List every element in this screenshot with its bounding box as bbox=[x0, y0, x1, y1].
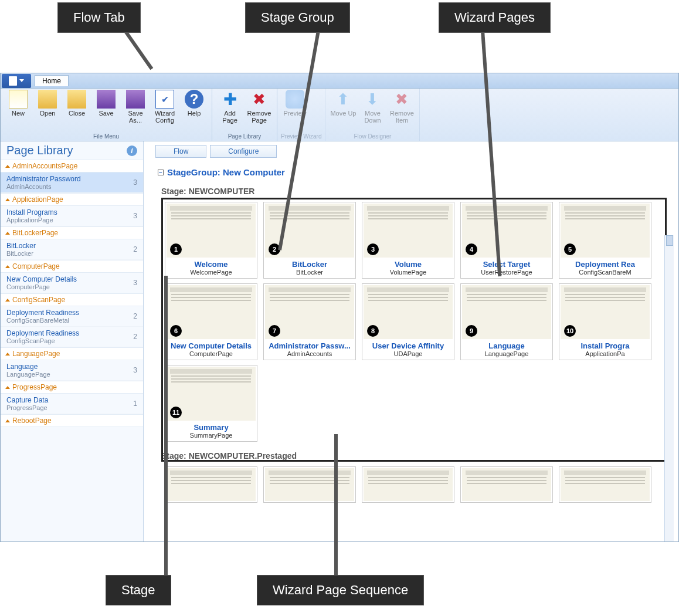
sidebar-category-header[interactable]: ProgressPage bbox=[1, 381, 143, 394]
document-icon bbox=[9, 76, 17, 86]
vertical-scrollbar[interactable] bbox=[664, 235, 674, 541]
wizard-page-thumb[interactable]: 2BitLockerBitLocker bbox=[263, 202, 356, 279]
wizard-page-thumb[interactable]: 1WelcomeWelcomePage bbox=[165, 202, 257, 279]
thumb-preview: 6 bbox=[167, 285, 256, 339]
library-item[interactable]: BitLockerBitLocker2 bbox=[1, 239, 143, 260]
library-item[interactable]: Deployment ReadinessConfigScanPage2 bbox=[1, 327, 143, 347]
app-menu-button[interactable] bbox=[2, 74, 31, 88]
sidebar-category-header[interactable]: LanguagePage bbox=[1, 347, 143, 360]
thumb-preview: 9 bbox=[462, 285, 551, 339]
thumb-title: Select Target bbox=[461, 259, 552, 269]
thumb-preview: 10 bbox=[561, 285, 650, 339]
ribbon-group-label: Page Library bbox=[216, 133, 273, 141]
thumb-preview bbox=[265, 468, 354, 501]
open-button[interactable]: Open bbox=[33, 90, 62, 124]
sidebar-category-header[interactable]: RebootPage bbox=[1, 414, 143, 427]
chevron-down-icon bbox=[19, 79, 24, 82]
thumb-subtitle: WelcomePage bbox=[165, 269, 257, 278]
wizard-page-thumb[interactable]: 9LanguageLanguagePage bbox=[460, 283, 553, 360]
wizard-page-thumb[interactable] bbox=[165, 466, 257, 503]
thumb-subtitle: ComputerPage bbox=[165, 350, 257, 360]
wizard-page-thumb[interactable]: 6New Computer DetailsComputerPage bbox=[165, 283, 257, 360]
thumb-subtitle: BitLocker bbox=[264, 269, 355, 278]
sidebar-category-header[interactable]: AdminAccountsPage bbox=[1, 160, 143, 172]
thumb-preview: 8 bbox=[364, 285, 453, 339]
thumb-subtitle: ConfigScanBareM bbox=[559, 269, 651, 278]
tab-home[interactable]: Home bbox=[35, 75, 69, 86]
callout-wizard-page-sequence: Wizard Page Sequence bbox=[257, 575, 424, 605]
thumb-subtitle: SummaryPage bbox=[165, 432, 257, 441]
thumb-number: 11 bbox=[170, 407, 182, 418]
new-button[interactable]: New bbox=[4, 90, 32, 124]
stagegroup-title[interactable]: − StageGroup: New Computer bbox=[144, 161, 678, 183]
wizard-page-thumb[interactable] bbox=[263, 466, 356, 503]
wizard-page-thumb[interactable]: 4Select TargetUserRestorePage bbox=[460, 202, 553, 279]
library-item[interactable]: LanguageLanguagePage3 bbox=[1, 360, 143, 381]
thumb-title: New Computer Details bbox=[165, 340, 257, 350]
wizard-config-button[interactable]: Wizard Config bbox=[151, 90, 179, 124]
close-button[interactable]: Close bbox=[63, 90, 91, 124]
help-icon bbox=[185, 90, 203, 109]
chevron-up-icon bbox=[5, 419, 10, 422]
tab-flow[interactable]: Flow bbox=[155, 145, 206, 158]
save-icon bbox=[97, 90, 116, 109]
library-item[interactable]: New Computer DetailsComputerPage3 bbox=[1, 273, 143, 293]
thumb-preview: 4 bbox=[462, 204, 551, 258]
wizard-page-thumb[interactable]: 8User Device AffinityUDAPage bbox=[362, 283, 454, 360]
thumb-preview: 7 bbox=[265, 285, 354, 339]
thumb-title: Language bbox=[461, 340, 552, 350]
sidebar-category-header[interactable]: BitLockerPage bbox=[1, 226, 143, 239]
ribbon-group-flow: Move Up Move Down Remove Item Flow Desig… bbox=[325, 89, 420, 141]
save-as-button[interactable]: Save As... bbox=[121, 90, 150, 124]
move-down-button[interactable]: Move Down bbox=[358, 90, 386, 124]
wizard-page-thumb[interactable] bbox=[362, 466, 454, 503]
remove-item-button[interactable]: Remove Item bbox=[388, 90, 416, 124]
save-as-icon bbox=[126, 90, 145, 109]
remove-page-button[interactable]: Remove Page bbox=[245, 90, 273, 124]
wizard-page-thumb[interactable]: 5Deployment ReaConfigScanBareM bbox=[559, 202, 651, 279]
preview-icon bbox=[286, 90, 304, 109]
sidebar-category-header[interactable]: ComputerPage bbox=[1, 260, 143, 273]
scrollbar-thumb[interactable] bbox=[666, 235, 673, 246]
thumb-preview: 3 bbox=[364, 204, 453, 258]
thumb-title: Install Progra bbox=[559, 340, 651, 350]
library-item[interactable]: Capture DataProgressPage1 bbox=[1, 394, 143, 414]
thumb-preview: 1 bbox=[167, 204, 256, 258]
library-item[interactable]: Administrator PasswordAdminAccounts3 bbox=[1, 172, 143, 193]
callout-flow-tab: Flow Tab bbox=[57, 2, 141, 33]
thumb-preview bbox=[364, 468, 453, 501]
app-window: Home New Open Close Save Save As... Wiza… bbox=[0, 73, 679, 542]
add-page-button[interactable]: Add Page bbox=[216, 90, 244, 124]
sidebar-category-header[interactable]: ConfigScanPage bbox=[1, 293, 143, 306]
callout-stage: Stage bbox=[106, 575, 171, 605]
collapse-icon[interactable]: − bbox=[158, 170, 164, 175]
thumb-subtitle: UserRestorePage bbox=[461, 269, 552, 278]
wizard-page-thumb[interactable]: 7Administrator Passw...AdminAccounts bbox=[263, 283, 356, 360]
library-item[interactable]: Deployment ReadinessConfigScanBareMetal2 bbox=[1, 306, 143, 327]
sidebar-category-header[interactable]: ApplicationPage bbox=[1, 193, 143, 206]
wizard-page-thumb[interactable]: 11SummarySummaryPage bbox=[165, 365, 257, 442]
help-button[interactable]: Help bbox=[180, 90, 208, 124]
wizard-page-thumb[interactable]: 10Install PrograApplicationPa bbox=[559, 283, 651, 360]
move-up-button[interactable]: Move Up bbox=[329, 90, 357, 124]
wizard-page-thumb[interactable] bbox=[460, 466, 553, 503]
save-button[interactable]: Save bbox=[92, 90, 120, 124]
wizard-page-thumb[interactable]: 3VolumeVolumePage bbox=[362, 202, 454, 279]
chevron-up-icon bbox=[5, 386, 10, 389]
thumb-preview bbox=[462, 468, 551, 501]
library-item[interactable]: Install ProgramsApplicationPage3 bbox=[1, 206, 143, 226]
x-icon bbox=[250, 90, 269, 109]
thumb-subtitle: VolumePage bbox=[362, 269, 454, 278]
thumb-number: 5 bbox=[564, 243, 576, 255]
info-icon[interactable]: i bbox=[127, 145, 137, 156]
stage-title: Stage: NEWCOMPUTER bbox=[144, 183, 678, 199]
ribbon-group-label: Flow Designer bbox=[329, 133, 416, 141]
stage-title-2: Stage: NEWCOMPUTER.Prestaged bbox=[144, 448, 678, 464]
thumb-title: Summary bbox=[165, 422, 257, 432]
sidebar-title: Page Library i bbox=[1, 141, 143, 160]
thumb-subtitle: AdminAccounts bbox=[264, 350, 355, 360]
wizard-page-thumb[interactable] bbox=[559, 466, 651, 503]
thumb-title: Welcome bbox=[165, 259, 257, 269]
tab-configure[interactable]: Configure bbox=[210, 145, 277, 158]
thumb-title: User Device Affinity bbox=[362, 340, 454, 350]
